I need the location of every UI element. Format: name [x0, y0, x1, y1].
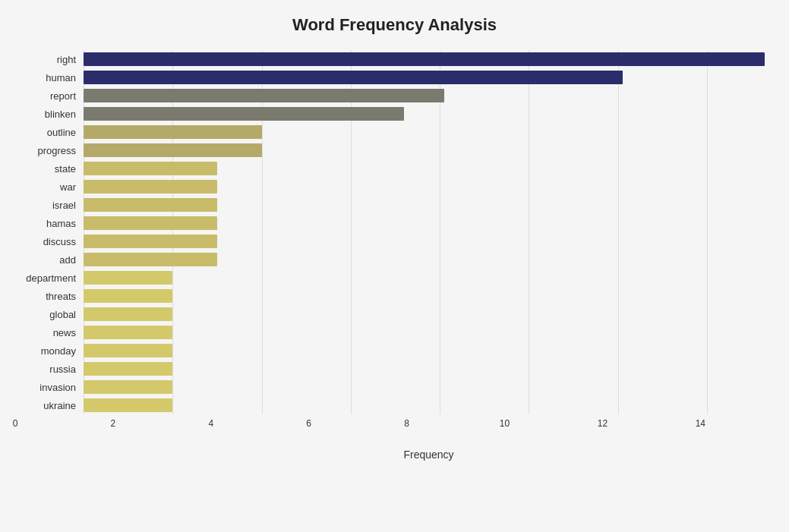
y-label: right [15, 55, 76, 65]
x-tick: 12 [598, 418, 608, 429]
y-label: global [15, 310, 76, 320]
y-label: discuss [15, 237, 76, 247]
y-label: israel [15, 200, 76, 210]
bar [84, 52, 765, 66]
y-label: threats [15, 291, 76, 301]
x-tick: 0 [13, 418, 18, 429]
grid-line [172, 50, 173, 414]
bar [84, 398, 172, 412]
bar-row [84, 397, 774, 414]
bar [84, 89, 444, 102]
bar [84, 344, 172, 357]
x-tick: 8 [404, 418, 409, 429]
bar [84, 326, 172, 339]
bar-row [84, 215, 774, 231]
y-label: outline [15, 127, 76, 137]
x-tick: 6 [306, 418, 311, 429]
y-label: hamas [15, 219, 76, 228]
y-label: add [15, 255, 76, 265]
bar [84, 125, 262, 139]
x-axis-label: Frequency [84, 449, 774, 461]
y-label: blinken [15, 109, 76, 119]
bar-row [84, 87, 774, 104]
y-label: war [15, 182, 76, 192]
bar-row [84, 342, 774, 359]
bar-row [84, 306, 774, 323]
x-tick: 14 [696, 418, 705, 429]
bar [84, 71, 623, 84]
bar [84, 289, 172, 303]
chart-container: Word Frequency Analysis righthumanreport… [0, 0, 789, 532]
grid-line [84, 50, 84, 414]
bar-row [84, 105, 774, 122]
bar-row [84, 160, 774, 177]
bar-row [84, 379, 774, 395]
y-label: state [15, 164, 76, 174]
bar-row [84, 360, 774, 377]
y-labels: righthumanreportblinkenoutlineprogressst… [15, 50, 84, 414]
chart-area: righthumanreportblinkenoutlineprogressst… [15, 50, 774, 461]
bar [84, 216, 217, 230]
y-label: progress [15, 146, 76, 156]
bar [84, 307, 172, 321]
bar [84, 380, 172, 394]
bar [84, 253, 217, 266]
bar-row [84, 251, 774, 268]
bar-row [84, 324, 774, 341]
bar [84, 198, 217, 212]
y-label: report [15, 91, 76, 101]
y-label: ukraine [15, 401, 76, 411]
bar [84, 143, 262, 157]
y-label: russia [15, 364, 76, 374]
bar-row [84, 178, 774, 195]
bar [84, 107, 404, 121]
y-label: department [15, 273, 76, 283]
bars-wrapper: righthumanreportblinkenoutlineprogressst… [15, 50, 774, 414]
y-label: invasion [15, 382, 76, 392]
x-tick: 4 [208, 418, 213, 429]
bar [84, 362, 172, 376]
bar [84, 180, 217, 194]
bar-row [84, 288, 774, 304]
bar-row [84, 69, 774, 86]
grid-line [262, 50, 263, 414]
grid-line [440, 50, 440, 414]
x-tick: 2 [111, 418, 116, 429]
bar [84, 162, 217, 175]
bar-row [84, 269, 774, 286]
y-label: news [15, 328, 76, 338]
bar-row [84, 124, 774, 140]
bar [84, 271, 172, 285]
bar-row [84, 197, 774, 213]
y-label: human [15, 73, 76, 83]
bar-row [84, 142, 774, 159]
grid-line [618, 50, 619, 414]
grid-line [707, 50, 708, 414]
bar [84, 235, 217, 248]
y-label: monday [15, 346, 76, 356]
bar-row [84, 233, 774, 250]
x-tick: 10 [500, 418, 510, 429]
chart-title: Word Frequency Analysis [15, 15, 774, 35]
grid-line [529, 50, 529, 414]
x-axis: 02468101214 [15, 418, 774, 427]
bars-and-grid [84, 50, 774, 414]
grid-line [351, 50, 352, 414]
bar-row [84, 51, 774, 68]
